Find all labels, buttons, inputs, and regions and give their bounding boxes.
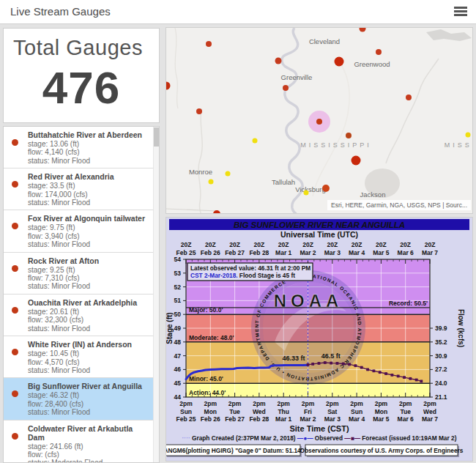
selected-gauge-marker[interactable] xyxy=(316,119,322,125)
gauge-map-marker[interactable] xyxy=(466,133,471,138)
utc-tick-date: Feb 27 xyxy=(225,249,245,256)
list-scrollbar-thumb[interactable] xyxy=(154,127,159,147)
gauge-map-marker[interactable] xyxy=(253,138,258,144)
cst-tick-date: Mar 7 xyxy=(422,415,438,423)
map-panel[interactable]: ClevelandGreenwoodGreenvilleMonroeTallul… xyxy=(166,27,473,214)
forecast-point xyxy=(420,379,423,382)
flow-tick-label: 35.2 xyxy=(435,338,447,346)
gauge-map-marker[interactable] xyxy=(226,171,231,177)
stage-tick-label: 50 xyxy=(174,311,182,318)
city-label: Jackson xyxy=(360,190,386,199)
gauge-stage: stage: 13.06 (ft) xyxy=(28,140,149,148)
cst-tick-date: Mar 2 xyxy=(300,415,316,423)
gauge-map-marker[interactable] xyxy=(304,190,309,196)
forecast-point xyxy=(409,377,412,380)
cst-tick-date: Mar 5 xyxy=(373,415,389,423)
threshold-label-moderate: Moderate: 48.0' xyxy=(189,334,234,341)
gauge-status: status: Moderate Flood xyxy=(28,459,149,463)
gauge-status: status: Minor Flood xyxy=(28,282,149,290)
gauge-stage: stage: 9.75 (ft) xyxy=(28,223,149,232)
cst-tick-time: 2pm xyxy=(228,400,242,407)
gauge-name: Fox River at Algonquin tailwater xyxy=(28,214,149,223)
list-item[interactable]: Fox River at Algonquin tailwaterstage: 9… xyxy=(4,210,159,252)
cst-tick-date: Feb 27 xyxy=(225,415,245,423)
total-gauges-card: Total Gauges 476 xyxy=(3,28,160,123)
utc-tick-date: Feb 25 xyxy=(176,249,196,256)
observed-value-label: 46.33 ft xyxy=(282,355,305,362)
gauge-name: Ouachita River at Arkadelphia xyxy=(28,298,149,307)
map-attribution: Esri, HERE, Garmin, NGA, USGS, NPS | Sou… xyxy=(327,200,471,210)
list-item[interactable]: White River (IN) at Andersonstage: 10.45… xyxy=(4,336,159,378)
cst-tick-day: Sun xyxy=(180,408,192,415)
gauge-map-marker[interactable] xyxy=(335,57,344,67)
selected-gauge-highlight[interactable] xyxy=(308,111,330,133)
cst-tick-date: Feb 26 xyxy=(201,415,220,423)
gauge-map-marker[interactable] xyxy=(346,133,352,138)
utc-tick-date: Mar 3 xyxy=(324,249,341,256)
cst-tick-day: Thu xyxy=(278,408,289,415)
stage-tick-label: 48 xyxy=(174,338,182,346)
gauge-map-marker[interactable] xyxy=(166,82,171,90)
stage-tick-label: 51 xyxy=(174,297,182,304)
city-label: Cleveland xyxy=(309,37,340,45)
gauge-status-dot-icon xyxy=(12,433,18,440)
gauge-map-marker[interactable] xyxy=(275,58,282,64)
cst-tick-day: Wed xyxy=(253,408,266,415)
threshold-label-minor: Minor: 45.0' xyxy=(189,375,223,382)
utc-tick-hour: 20Z xyxy=(181,241,192,248)
stage-axis-title: Stage (ft) xyxy=(166,312,174,344)
list-item[interactable]: Big Sunflower River at Anguillastage: 46… xyxy=(4,378,159,420)
gauge-map-marker[interactable] xyxy=(209,179,214,185)
stage-tick-label: 49 xyxy=(174,325,182,332)
gauge-status: status: Minor Flood xyxy=(28,325,149,333)
gauge-name: Red River at Alexandria xyxy=(28,172,149,181)
gauge-map-marker[interactable] xyxy=(360,27,366,32)
flow-tick-label: 21.1 xyxy=(435,393,447,401)
gauge-status-dot-icon xyxy=(12,265,18,272)
cst-tick-day: Mon xyxy=(204,408,217,415)
list-item[interactable]: Red River at Alexandriastage: 33.5 (ft)f… xyxy=(4,168,159,210)
app-header: Live Stream Gauges xyxy=(0,0,476,24)
hydrograph-panel: BIG SUNFLOWER RIVER NEAR ANGUILLAUnivers… xyxy=(166,217,473,462)
gauge-status-dot-icon xyxy=(12,349,18,355)
utc-tick-hour: 20Z xyxy=(229,241,240,248)
gauge-map-marker[interactable] xyxy=(406,95,412,100)
gauge-map-marker[interactable] xyxy=(196,108,202,114)
gauge-status-dot-icon xyxy=(12,223,18,229)
stage-tick-label: 46 xyxy=(174,366,182,373)
cst-tick-time: 2pm xyxy=(375,400,388,407)
cst-tick-time: 2pm xyxy=(302,400,315,407)
credits-box-text: Observations courtesy of U.S. Army Corps… xyxy=(300,447,464,454)
forecast-point xyxy=(366,368,369,371)
state-label: MISSISS xyxy=(445,141,473,149)
gauge-map-marker[interactable] xyxy=(213,210,220,214)
chart-title: BIG SUNFLOWER RIVER NEAR ANGUILLA xyxy=(234,221,405,229)
gauge-map-marker[interactable] xyxy=(352,156,361,166)
page-title: Live Stream Gauges xyxy=(10,5,111,18)
list-scrollbar[interactable] xyxy=(153,127,159,462)
gauge-map-marker[interactable] xyxy=(206,41,212,47)
latest-observed-line1: Latest observed value: 46.31 ft at 2:00 … xyxy=(190,264,310,272)
cst-tick-day: Tue xyxy=(400,408,411,415)
forecast-point xyxy=(390,374,393,377)
gauge-stage: stage: 241.66 (ft) xyxy=(28,442,149,451)
list-item[interactable]: Rock River at Aftonstage: 9.25 (ft)flow:… xyxy=(4,253,159,295)
gauge-stage: stage: 9.25 (ft) xyxy=(28,266,149,274)
gauge-stage: stage: 33.5 (ft) xyxy=(28,182,149,190)
forecast-point xyxy=(307,363,310,366)
city-label: Greenwood xyxy=(354,60,390,68)
list-item[interactable]: Coldwater River at Arkabutla Damstage: 2… xyxy=(4,421,159,463)
list-item[interactable]: Ouachita River at Arkadelphiastage: 20.6… xyxy=(4,295,159,336)
gauge-map-marker[interactable] xyxy=(376,49,382,55)
gauge-status: status: Minor Flood xyxy=(28,199,149,207)
stage-tick-label: 53 xyxy=(174,270,182,277)
hamburger-menu-icon[interactable] xyxy=(454,7,467,17)
list-item[interactable]: Buttahatchie River at Aberdeenstage: 13.… xyxy=(4,127,159,168)
stage-tick-label: 45 xyxy=(174,379,182,387)
utc-tick-hour: 20Z xyxy=(376,241,387,248)
stage-tick-label: 54 xyxy=(174,256,182,263)
forecast-point xyxy=(318,362,321,365)
utc-tick-hour: 20Z xyxy=(254,241,265,248)
gauge-map-marker[interactable] xyxy=(322,185,330,192)
gauge-map-marker[interactable] xyxy=(283,85,289,91)
